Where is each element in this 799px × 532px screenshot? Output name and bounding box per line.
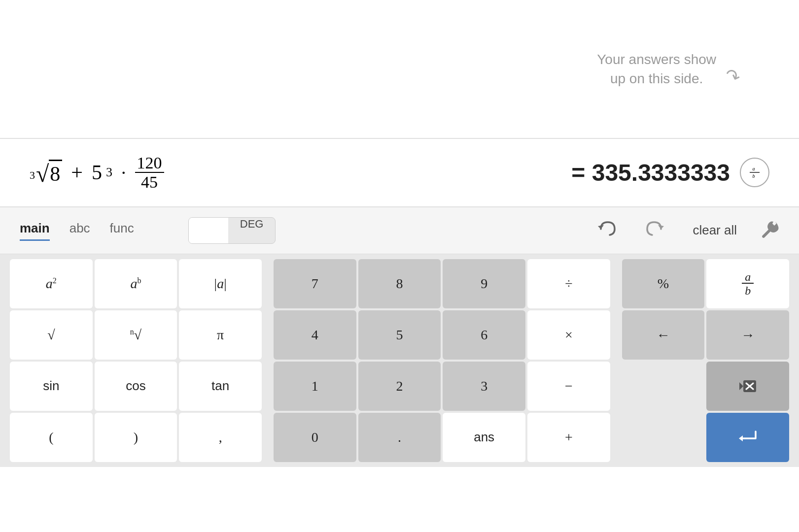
cube-root-expr: 3 √ 8 [30, 160, 62, 186]
undo-icon [597, 219, 619, 238]
key-subtract[interactable]: − [527, 362, 610, 411]
key-6[interactable]: 6 [443, 310, 525, 360]
plus-sign: + [71, 161, 83, 184]
key-ans[interactable]: ans [443, 413, 525, 462]
tab-main[interactable]: main [20, 221, 50, 240]
hint-text: Your answers show up on this side. [597, 50, 716, 88]
svg-marker-6 [739, 382, 743, 390]
key-left-arrow[interactable]: ← [622, 310, 705, 360]
redo-button[interactable] [638, 216, 670, 245]
key-9[interactable]: 9 [443, 259, 525, 308]
key-abs[interactable]: |a| [179, 259, 262, 308]
separator-6 [612, 362, 620, 411]
enter-icon [737, 429, 759, 446]
deg-toggle-right[interactable]: DEG [228, 218, 276, 243]
key-8[interactable]: 8 [358, 259, 441, 308]
key-nth-root[interactable]: n√ [95, 310, 177, 360]
cdot-sign: · [121, 162, 126, 183]
key-right-arrow[interactable]: → [706, 310, 789, 360]
key-pi[interactable]: π [179, 310, 262, 360]
key-fraction[interactable]: a b [706, 259, 789, 308]
separator-4 [612, 310, 620, 360]
backspace-icon [738, 379, 757, 393]
calc-toolbar: main abc func DEG clear all [0, 207, 799, 254]
key-a-squared[interactable]: a2 [10, 259, 93, 308]
svg-marker-9 [739, 435, 743, 441]
key-comma[interactable]: , [179, 413, 262, 462]
key-cos[interactable]: cos [95, 362, 177, 411]
math-expression: 3 √ 8 + 5 3 · 120 45 [30, 154, 164, 192]
svg-marker-4 [658, 225, 664, 229]
separator-8 [612, 413, 620, 462]
fraction-toggle-button[interactable]: a b [740, 158, 769, 187]
key-0[interactable]: 0 [274, 413, 356, 462]
key-divide[interactable]: ÷ [527, 259, 610, 308]
undo-button[interactable] [592, 216, 624, 245]
exponent-3: 3 [106, 165, 112, 180]
redo-icon [643, 219, 665, 238]
empty-slot-1 [622, 362, 705, 411]
tab-group: main abc func [20, 221, 134, 240]
key-decimal[interactable]: . [358, 413, 441, 462]
fraction-icon: a b [747, 165, 763, 180]
key-open-paren[interactable]: ( [10, 413, 93, 462]
key-sin[interactable]: sin [10, 362, 93, 411]
separator-2 [612, 259, 620, 308]
key-percent[interactable]: % [622, 259, 705, 308]
expression-area: 3 √ 8 + 5 3 · 120 45 = 335.3333333 a b [0, 138, 799, 207]
empty-slot-2 [622, 413, 705, 462]
fraction-denominator: 45 [139, 173, 160, 191]
key-1[interactable]: 1 [274, 362, 356, 411]
fraction-numerator: 120 [135, 154, 164, 173]
hint-arrow-icon: ↷ [722, 64, 743, 89]
hint-area: Your answers show up on this side. ↷ [0, 0, 799, 138]
calculator: main abc func DEG clear all [0, 207, 799, 467]
radical-content: 8 [49, 160, 62, 186]
key-add[interactable]: + [527, 413, 610, 462]
key-5[interactable]: 5 [358, 310, 441, 360]
key-enter[interactable] [706, 413, 789, 462]
deg-toggle-left[interactable] [189, 218, 228, 243]
separator-5 [264, 362, 272, 411]
key-a-power-b[interactable]: ab [95, 259, 177, 308]
fraction-120-45: 120 45 [135, 154, 164, 192]
separator-7 [264, 413, 272, 462]
fraction-icon: a b [742, 271, 754, 297]
radical-symbol: √ [36, 162, 49, 186]
key-7[interactable]: 7 [274, 259, 356, 308]
key-backspace[interactable] [706, 362, 789, 411]
key-close-paren[interactable]: ) [95, 413, 177, 462]
wrench-icon [760, 219, 779, 238]
result-area: = 335.3333333 a b [571, 158, 769, 187]
radical-index: 3 [30, 169, 35, 182]
tab-abc[interactable]: abc [69, 221, 90, 240]
result-value: = 335.3333333 [571, 159, 730, 186]
svg-marker-3 [598, 225, 604, 229]
separator-1 [264, 259, 272, 308]
key-3[interactable]: 3 [443, 362, 525, 411]
svg-text:a: a [753, 166, 755, 171]
key-sqrt[interactable]: √ [10, 310, 93, 360]
key-4[interactable]: 4 [274, 310, 356, 360]
svg-text:b: b [753, 173, 755, 179]
settings-button[interactable] [760, 219, 779, 242]
keypad: a2 ab |a| 7 8 9 ÷ % a b √ n√ π 4 5 6 [0, 254, 799, 467]
clear-all-button[interactable]: clear all [685, 220, 745, 241]
base-5: 5 [92, 161, 102, 184]
key-tan[interactable]: tan [179, 362, 262, 411]
tab-func[interactable]: func [110, 221, 134, 240]
separator-3 [264, 310, 272, 360]
key-2[interactable]: 2 [358, 362, 441, 411]
key-multiply[interactable]: × [527, 310, 610, 360]
deg-toggle[interactable]: DEG [188, 217, 276, 244]
